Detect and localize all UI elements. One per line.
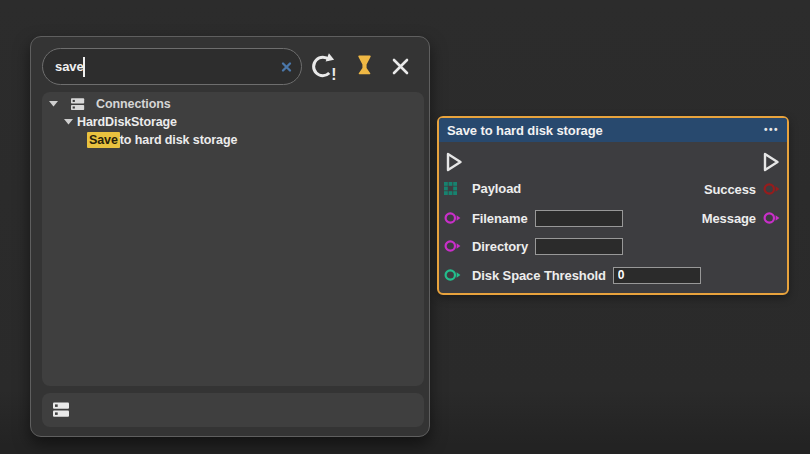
port-label-directory: Directory [472, 239, 528, 254]
port-label-filename: Filename [472, 211, 528, 226]
server-stack-icon [71, 98, 85, 111]
clear-search-icon[interactable] [281, 61, 292, 72]
node-editor-canvas[interactable]: ! [0, 0, 810, 454]
port-row-filename: Filename [444, 209, 623, 227]
port-label-payload: Payload [472, 181, 521, 196]
port-row-payload: Payload [444, 179, 521, 197]
filename-string-port[interactable] [444, 211, 462, 225]
exec-in-port[interactable] [445, 151, 464, 173]
tree-item-harddiskstorage[interactable]: HardDiskStorage [42, 113, 424, 131]
refresh-results-button[interactable]: ! [308, 48, 337, 85]
port-row-message: Message [702, 209, 780, 227]
disk-space-threshold-input[interactable] [613, 267, 701, 284]
tree-item-connections[interactable]: Connections [42, 95, 424, 113]
tree-item-save-to-hard-disk-storage[interactable]: Save to hard disk storage [42, 131, 424, 149]
search-results-tree: Connections HardDiskStorage Save to hard… [42, 92, 424, 386]
palette-footer-bar [42, 393, 424, 427]
filename-input[interactable] [535, 210, 623, 227]
tree-label-harddiskstorage: HardDiskStorage [77, 115, 177, 129]
port-row-directory: Directory [444, 237, 623, 255]
port-row-disk-space-threshold: Disk Space Threshold [444, 266, 701, 284]
text-caret [83, 57, 85, 77]
port-label-disk-space-threshold: Disk Space Threshold [472, 268, 606, 283]
tree-label-connections: Connections [96, 97, 171, 111]
node-header[interactable]: Save to hard disk storage ••• [439, 118, 787, 142]
chevron-down-icon[interactable] [49, 101, 58, 107]
success-output-port[interactable] [763, 182, 780, 196]
payload-object-port[interactable] [444, 182, 462, 195]
port-label-message: Message [702, 211, 756, 226]
chevron-down-icon[interactable] [64, 119, 73, 125]
node-title: Save to hard disk storage [447, 123, 603, 138]
node-palette-panel: ! [30, 36, 430, 437]
exec-out-port[interactable] [762, 151, 781, 173]
node-menu-dots-icon[interactable]: ••• [764, 125, 779, 135]
disk-space-threshold-number-port[interactable] [444, 268, 462, 282]
directory-string-port[interactable] [444, 239, 462, 253]
search-box[interactable] [42, 48, 302, 85]
port-row-success: Success [704, 180, 780, 198]
node-save-to-hard-disk-storage[interactable]: Save to hard disk storage ••• [437, 116, 789, 295]
close-panel-button[interactable] [391, 48, 410, 85]
directory-input[interactable] [535, 238, 623, 255]
message-output-port[interactable] [763, 211, 780, 225]
search-match-highlight: Save [87, 132, 120, 148]
port-label-success: Success [704, 182, 756, 197]
svg-text:!: ! [331, 66, 336, 81]
filter-funnel-button[interactable] [354, 48, 375, 85]
search-input[interactable] [55, 59, 273, 74]
server-stack-icon [53, 402, 70, 418]
tree-label-save-rest: to hard disk storage [120, 133, 237, 147]
